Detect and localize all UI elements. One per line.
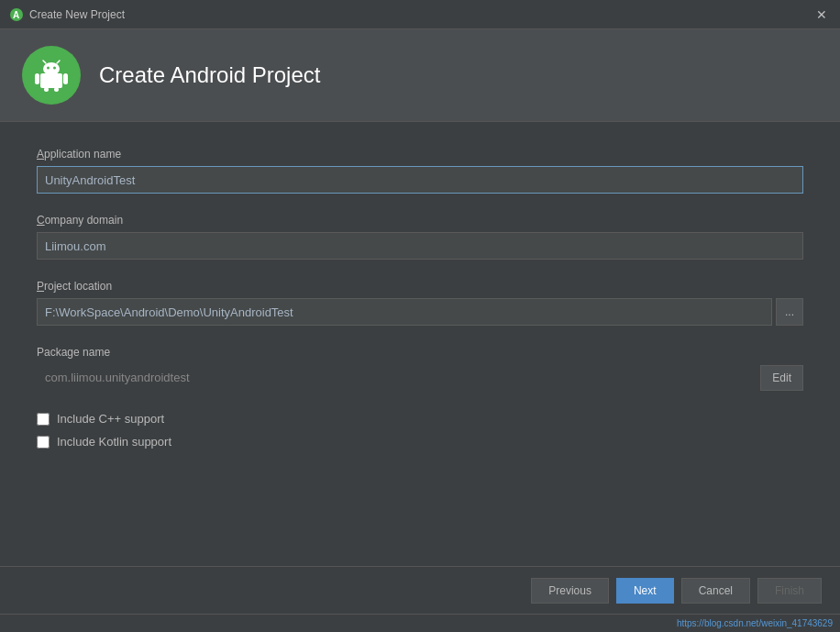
package-name-group: Package name com.liimou.unityandroidtest… xyxy=(37,346,803,392)
kotlin-support-label[interactable]: Include Kotlin support xyxy=(57,435,171,449)
svg-rect-11 xyxy=(54,87,59,92)
android-logo xyxy=(22,46,81,105)
status-link[interactable]: https://blog.csdn.net/weixin_41743629 xyxy=(677,618,833,628)
package-name-row: com.liimou.unityandroidtest Edit xyxy=(37,364,803,392)
kotlin-support-item: Include Kotlin support xyxy=(37,435,803,449)
project-location-input[interactable] xyxy=(37,298,772,326)
project-location-group: Project location ... xyxy=(37,280,803,326)
browse-button[interactable]: ... xyxy=(776,298,803,326)
window-title: Create New Project xyxy=(29,8,125,21)
content-section: Application name Company domain Project … xyxy=(0,122,840,566)
company-domain-input[interactable] xyxy=(37,232,803,260)
svg-point-3 xyxy=(43,62,60,75)
page-title: Create Android Project xyxy=(99,62,320,88)
project-location-label: Project location xyxy=(37,280,803,293)
previous-button[interactable]: Previous xyxy=(531,578,609,604)
cancel-button[interactable]: Cancel xyxy=(681,578,750,604)
svg-line-6 xyxy=(43,61,46,63)
footer-section: Previous Next Cancel Finish xyxy=(0,566,840,614)
svg-point-5 xyxy=(53,67,56,70)
checkbox-group: Include C++ support Include Kotlin suppo… xyxy=(37,412,803,449)
svg-text:A: A xyxy=(13,10,19,20)
svg-rect-2 xyxy=(40,73,62,88)
app-icon: A xyxy=(9,7,24,22)
cpp-support-label[interactable]: Include C++ support xyxy=(57,412,164,426)
app-name-group: Application name xyxy=(37,148,803,194)
close-button[interactable]: ✕ xyxy=(812,6,831,24)
cpp-support-checkbox[interactable] xyxy=(37,413,50,426)
project-location-row: ... xyxy=(37,298,803,326)
package-name-value: com.liimou.unityandroidtest xyxy=(37,364,753,392)
android-icon xyxy=(33,57,70,94)
title-bar-left: A Create New Project xyxy=(9,7,125,22)
cpp-support-item: Include C++ support xyxy=(37,412,803,426)
svg-rect-8 xyxy=(35,73,39,84)
header-section: Create Android Project xyxy=(0,29,840,122)
app-name-label: Application name xyxy=(37,148,803,161)
status-bar: https://blog.csdn.net/weixin_41743629 xyxy=(0,614,840,632)
svg-rect-9 xyxy=(63,73,68,84)
company-domain-group: Company domain xyxy=(37,214,803,260)
svg-point-4 xyxy=(47,67,50,70)
app-name-input[interactable] xyxy=(37,166,803,194)
finish-button[interactable]: Finish xyxy=(757,578,822,604)
svg-line-7 xyxy=(57,61,60,63)
company-domain-label: Company domain xyxy=(37,214,803,227)
title-bar: A Create New Project ✕ xyxy=(0,0,840,29)
next-button[interactable]: Next xyxy=(616,578,674,604)
package-name-label: Package name xyxy=(37,346,803,359)
edit-button[interactable]: Edit xyxy=(760,365,803,391)
svg-rect-10 xyxy=(44,87,49,92)
kotlin-support-checkbox[interactable] xyxy=(37,436,50,449)
